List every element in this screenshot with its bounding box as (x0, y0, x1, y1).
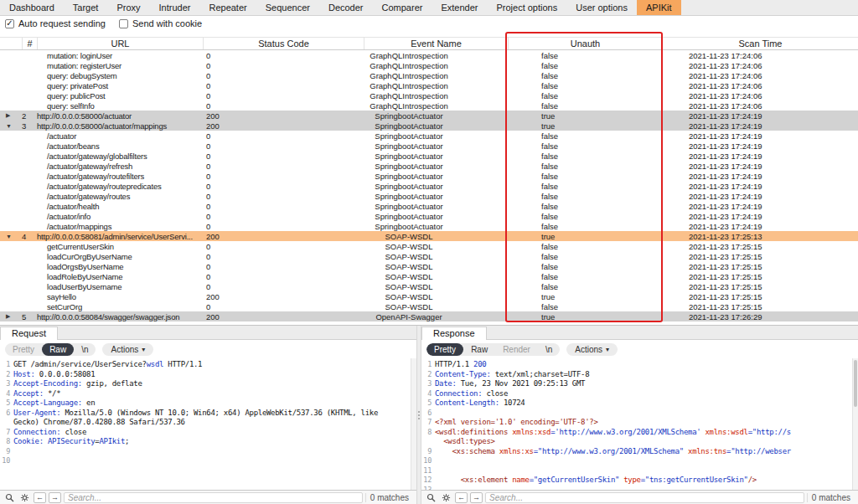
request-view-tab-raw[interactable]: Raw (42, 343, 74, 356)
response-scrollbar[interactable] (852, 358, 858, 490)
row-unauth: false (508, 51, 662, 60)
response-view-tab-raw[interactable]: Raw (463, 343, 495, 356)
table-row[interactable]: loadUserByUsername0SOAP-WSDLfalse2021-11… (0, 281, 858, 291)
row-event-name: SpringbootActuator (364, 141, 508, 151)
tab-response[interactable]: Response (421, 327, 487, 340)
table-row[interactable]: /actuator/health0SpringbootActuatorfalse… (0, 201, 858, 211)
checkbox-unchecked-icon[interactable] (119, 19, 128, 28)
table-row[interactable]: /actuator/gateway/routes0SpringbootActua… (0, 191, 858, 201)
table-row[interactable]: query: publicPost0GraphQLIntrospectionfa… (0, 90, 858, 100)
request-scrollbar[interactable] (411, 358, 416, 490)
table-row[interactable]: mutation: registerUser0GraphQLIntrospect… (0, 60, 858, 70)
main-tab-decoder[interactable]: Decoder (319, 0, 373, 15)
main-tab-target[interactable]: Target (64, 0, 108, 15)
search-next-button[interactable]: → (49, 492, 61, 503)
table-row[interactable]: ▼4http://0.0.0.0:58081/admin/service/Use… (0, 231, 858, 241)
table-row[interactable]: /actuator/gateway/routefilters0Springboo… (0, 171, 858, 181)
table-row[interactable]: /actuator/gateway/routepredicates0Spring… (0, 181, 858, 191)
collapse-icon[interactable]: ▼ (0, 123, 22, 129)
expand-icon[interactable]: ▶ (0, 313, 22, 320)
main-tab-repeater[interactable]: Repeater (199, 0, 256, 15)
row-url: sayHello (37, 292, 203, 301)
dropdown-caret-icon: ▾ (606, 346, 609, 353)
col-header-url[interactable]: URL (37, 38, 203, 49)
search-next-button[interactable]: → (470, 492, 483, 503)
line-number: 13 (421, 486, 435, 491)
main-tab-comparer[interactable]: Comparer (373, 0, 432, 15)
table-row[interactable]: /actuator/info0SpringbootActuatorfalse20… (0, 211, 858, 221)
main-tab-intruder[interactable]: Intruder (150, 0, 200, 15)
search-icon[interactable] (425, 492, 437, 503)
request-editor[interactable]: 1GET /admin/service/UserService?wsdl HTT… (0, 358, 416, 490)
response-view-tab-n[interactable]: \n (538, 343, 560, 356)
gear-icon[interactable] (440, 492, 452, 503)
row-scan-time: 2021-11-23 17:24:19 (662, 131, 858, 141)
main-tab-proxy[interactable]: Proxy (107, 0, 149, 15)
request-view-tab-n[interactable]: \n (74, 343, 96, 356)
row-status-code: 0 (203, 162, 364, 171)
option-send-with-cookie[interactable]: Send with cookie (119, 18, 202, 28)
line-number: 1 (0, 360, 13, 370)
row-event-name: GraphQLIntrospection (364, 71, 508, 80)
col-header-newline[interactable]: # (22, 38, 37, 49)
col-header-unauth[interactable]: Unauth (508, 38, 662, 49)
table-row[interactable]: /actuator/gateway/globalfilters0Springbo… (0, 151, 858, 161)
response-view-tab-render[interactable]: Render (495, 343, 538, 356)
request-search-input[interactable] (64, 492, 363, 503)
line-number: 8 (421, 428, 435, 438)
row-scan-time: 2021-11-23 17:24:19 (662, 212, 858, 221)
table-row[interactable]: getCurrentUserSkin0SOAP-WSDLfalse2021-11… (0, 241, 858, 251)
table-row[interactable]: /actuator/beans0SpringbootActuatorfalse2… (0, 141, 858, 151)
tab-request[interactable]: Request (0, 327, 58, 340)
table-row[interactable]: ▶5http://0.0.0.0:58084/swagger/swagger.j… (0, 311, 858, 321)
table-row[interactable]: loadRoleByUserName0SOAP-WSDLfalse2021-11… (0, 271, 858, 281)
table-row[interactable]: mutation: loginUser0GraphQLIntrospection… (0, 50, 858, 60)
table-row[interactable]: /actuator/gateway/refresh0SpringbootActu… (0, 161, 858, 171)
row-unauth: false (508, 202, 662, 211)
request-actions-button[interactable]: Actions ▾ (102, 343, 153, 356)
table-row[interactable]: loadCurOrgByUserName0SOAP-WSDLfalse2021-… (0, 251, 858, 261)
checkbox-checked-icon[interactable]: ✓ (5, 19, 14, 28)
expand-icon[interactable]: ▶ (0, 112, 22, 119)
row-status-code: 200 (203, 312, 364, 321)
table-row[interactable]: /actuator/mappings0SpringbootActuatorfal… (0, 221, 858, 231)
row-unauth: false (508, 262, 662, 271)
row-event-name: SpringbootActuator (364, 182, 508, 191)
table-row[interactable]: setCurOrg0SOAP-WSDLfalse2021-11-23 17:25… (0, 301, 858, 311)
table-row[interactable]: /actuator0SpringbootActuatorfalse2021-11… (0, 131, 858, 141)
scrollbar-thumb[interactable] (854, 360, 857, 407)
col-header-expand[interactable] (0, 38, 22, 49)
collapse-icon[interactable]: ▼ (0, 234, 22, 239)
main-tab-apikit[interactable]: APIKit (637, 0, 681, 15)
line-number: 6 (0, 409, 13, 419)
col-header-event-name[interactable]: Event Name (364, 38, 508, 49)
gear-icon[interactable] (18, 492, 31, 503)
table-row[interactable]: query: selfInfo0GraphQLIntrospectionfals… (0, 100, 858, 111)
response-editor[interactable]: 1HTTP/1.1 2002Content-Type: text/xml;cha… (421, 358, 858, 490)
row-event-name: GraphQLIntrospection (364, 91, 508, 100)
table-row[interactable]: ▼3http://0.0.0.0:58000/actuator/mappings… (0, 121, 858, 131)
response-search-input[interactable] (485, 492, 804, 503)
table-row[interactable]: sayHello200SOAP-WSDLtrue2021-11-23 17:25… (0, 291, 858, 301)
dropdown-caret-icon: ▾ (142, 346, 145, 353)
response-view-tab-pretty[interactable]: Pretty (426, 343, 463, 356)
table-row[interactable]: ▶2http://0.0.0.0:58000/actuator200Spring… (0, 111, 858, 121)
request-view-tab-pretty[interactable]: Pretty (5, 343, 42, 356)
col-header-status-code[interactable]: Status Code (203, 38, 364, 49)
option-auto-request-sending[interactable]: ✓Auto request sending (5, 18, 106, 28)
main-tab-user-options[interactable]: User options (566, 0, 637, 15)
response-actions-button[interactable]: Actions ▾ (566, 343, 618, 356)
table-row[interactable]: query: privatePost0GraphQLIntrospectionf… (0, 80, 858, 90)
table-row[interactable]: loadOrgsByUserName0SOAP-WSDLfalse2021-11… (0, 261, 858, 271)
search-icon[interactable] (3, 492, 16, 503)
main-tab-extender[interactable]: Extender (432, 0, 487, 15)
main-tab-dashboard[interactable]: Dashboard (0, 0, 64, 15)
search-prev-button[interactable]: ← (34, 492, 46, 503)
row-event-name: SpringbootActuator (364, 172, 508, 181)
table-row[interactable]: query: debugSystem0GraphQLIntrospectionf… (0, 70, 858, 80)
main-tab-sequencer[interactable]: Sequencer (256, 0, 319, 15)
col-header-scan-time[interactable]: Scan Time (662, 38, 858, 49)
main-tab-project-options[interactable]: Project options (487, 0, 566, 15)
row-event-name: SOAP-WSDL (364, 242, 508, 251)
search-prev-button[interactable]: ← (455, 492, 468, 503)
